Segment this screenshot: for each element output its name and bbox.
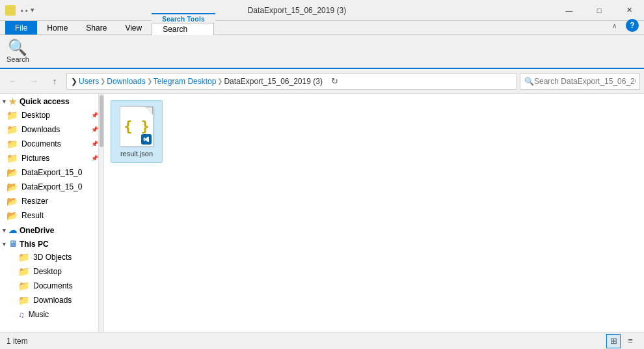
search-ribbon-icon: 🔍 [8,40,27,55]
sidebar-item-resizer[interactable]: 📂 Resizer [0,194,103,208]
breadcrumb-sep-1: ❯ [100,77,105,85]
pin-icon-4: 📌 [91,155,98,161]
this-pc-label: This PC [20,240,49,249]
folder-downloads-icon: 📁 [7,124,18,135]
up-button[interactable]: ↑ [46,72,64,91]
file-item-result-json[interactable]: { } result.json [111,100,163,163]
sidebar-item-documents[interactable]: 📁 Documents 📌 [0,137,103,151]
title-bar: ▪ ▪ ▾ DataExport_15_06_2019 (3) — □ ✕ [0,0,644,21]
pin-icon: 📌 [91,112,98,119]
folder-documents-icon: 📁 [7,139,18,149]
sidebar-resizer-label: Resizer [21,197,48,206]
sidebar-desktop-label: Desktop [21,111,50,120]
tab-share[interactable]: Share [77,21,115,35]
sidebar-result-label: Result [21,211,44,220]
json-braces-icon: { } [124,118,150,134]
ribbon-content: 🔍 Search [0,35,644,69]
expand-ribbon-button[interactable]: ∧ [605,16,623,35]
sidebar-pc-desktop-label: Desktop [33,267,62,276]
sidebar-item-pictures[interactable]: 📁 Pictures 📌 [0,151,103,165]
vscode-icon [143,136,150,143]
minimize-button[interactable]: — [554,0,584,21]
help-button[interactable]: ? [626,19,639,32]
item-count: 1 item [7,337,28,346]
breadcrumb-sep-2: ❯ [147,77,152,85]
quick-access-label: Quick access [20,97,70,106]
tab-view[interactable]: View [116,21,150,35]
sidebar-scroll[interactable]: ▾ ★ Quick access 📁 Desktop 📌 📁 Downloads… [0,94,103,332]
folder-pc-downloads-icon: 📁 [18,295,29,305]
sidebar-downloads-label: Downloads [21,125,60,134]
sidebar-item-desktop[interactable]: 📁 Desktop 📌 [0,108,103,122]
sidebar-onedrive[interactable]: ▾ ☁ OneDrive [0,223,103,236]
breadcrumb-sep-3: ❯ [217,77,222,85]
folder-dataexport2-icon: 📂 [7,182,18,192]
tab-search[interactable]: Search [152,23,214,35]
main-area: ▾ ★ Quick access 📁 Desktop 📌 📁 Downloads… [0,94,644,332]
sidebar-item-3dobjects[interactable]: 📁 3D Objects [0,250,103,264]
json-file-bg: { } [120,106,154,147]
onedrive-arrow: ▾ [3,227,6,234]
quick-access-arrow: ▾ [3,98,6,105]
title-bar-left: ▪ ▪ ▾ [0,5,40,16]
breadcrumb-item: ❯ [71,77,77,86]
sidebar-pc-downloads-label: Downloads [33,296,72,305]
sidebar-item-pc-downloads[interactable]: 📁 Downloads [0,293,103,307]
file-corner [145,107,153,115]
file-label: result.json [120,149,153,158]
sidebar-item-dataexport2[interactable]: 📂 DataExport_15_0 [0,180,103,194]
sidebar-dataexport2-label: DataExport_15_0 [21,182,82,191]
scrollbar-thumb[interactable] [100,95,103,147]
folder-icon-small [5,5,16,16]
onedrive-icon: ☁ [8,225,17,235]
onedrive-label: OneDrive [20,226,54,235]
tab-file[interactable]: File [5,21,37,35]
folder-3dobjects-icon: 📁 [18,252,29,262]
sidebar-scrollbar[interactable] [98,94,103,332]
music-icon: ♫ [18,310,25,320]
sidebar-pc-docs-label: Documents [33,281,73,290]
folder-pc-docs-icon: 📁 [18,281,29,291]
search-tools-label: Search Tools [152,13,215,23]
this-pc-arrow: ▾ [3,241,6,247]
folder-result-icon: 📂 [7,210,18,221]
folder-resizer-icon: 📂 [7,196,18,206]
vscode-badge [141,134,152,145]
sidebar-quick-access[interactable]: ▾ ★ Quick access [0,94,103,108]
this-pc-icon: 🖥 [8,239,17,249]
sidebar-item-dataexport1[interactable]: 📂 DataExport_15_0 [0,165,103,180]
search-box-icon: 🔍 [524,77,534,86]
dropdown-arrow-icon: ▾ [31,6,34,14]
back-button[interactable]: ← [4,72,22,91]
sidebar-this-pc[interactable]: ▾ 🖥 This PC [0,236,103,250]
sidebar-item-music[interactable]: ♫ Music [0,307,103,322]
sidebar-item-pc-documents[interactable]: 📁 Documents [0,279,103,293]
quick-access-star-icon: ★ [8,96,17,107]
sidebar-documents-label: Documents [21,139,61,148]
tab-home[interactable]: Home [38,21,76,35]
forward-button[interactable]: → [25,72,43,91]
search-input[interactable] [534,77,636,86]
breadcrumb-users[interactable]: Users [79,77,99,86]
breadcrumb-downloads[interactable]: Downloads [107,77,145,86]
refresh-button[interactable]: ↻ [327,73,343,90]
view-large-icons-button[interactable]: ⊞ [606,334,621,348]
breadcrumb-telegram[interactable]: Telegram Desktop [154,77,217,86]
breadcrumb-bar[interactable]: ❯ Users ❯ Downloads ❯ Telegram Desktop ❯… [66,73,517,90]
quick-access-toolbar: ▪ ▪ [21,7,28,14]
ribbon-search-text: Search [7,55,29,63]
status-right: ⊞ ≡ [606,334,637,348]
view-details-button[interactable]: ≡ [623,334,637,348]
folder-dataexport1-icon: 📂 [7,167,18,178]
status-bar: 1 item ⊞ ≡ [0,332,644,349]
search-box[interactable]: 🔍 [520,73,640,90]
nav-bar: ← → ↑ ❯ Users ❯ Downloads ❯ Telegram Des… [0,69,644,94]
sidebar-item-downloads[interactable]: 📁 Downloads 📌 [0,122,103,137]
sidebar-item-result[interactable]: 📂 Result [0,208,103,223]
sidebar-item-pc-desktop[interactable]: 📁 Desktop [0,264,103,279]
content-pane[interactable]: { } result.json [104,94,644,332]
pin-icon-3: 📌 [91,141,98,147]
sidebar-pictures-label: Pictures [21,154,49,163]
folder-pictures-icon: 📁 [7,153,18,163]
sidebar: ▾ ★ Quick access 📁 Desktop 📌 📁 Downloads… [0,94,104,332]
